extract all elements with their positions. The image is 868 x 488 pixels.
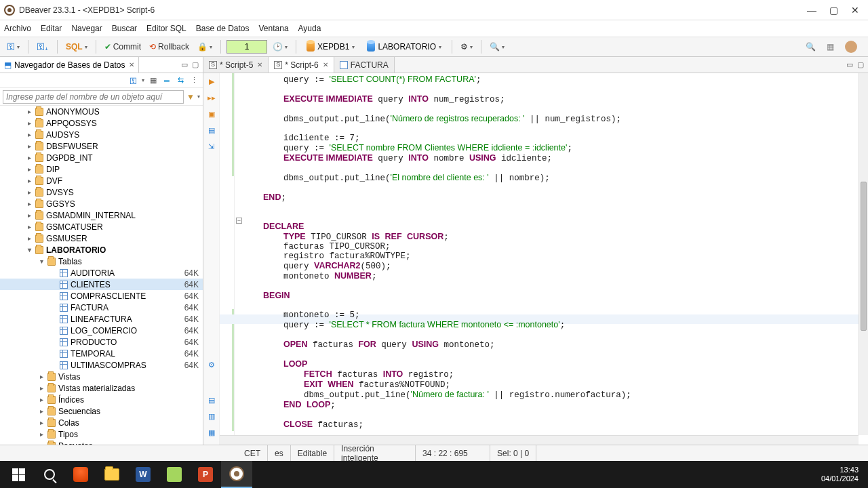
folder-colas[interactable]: ▸Colas: [0, 417, 203, 428]
close-icon[interactable]: ✕: [323, 61, 328, 68]
table-temporal[interactable]: TEMPORAL64K: [0, 348, 203, 359]
schema-audsys[interactable]: ▸AUDSYS: [0, 129, 203, 140]
execute-script-icon[interactable]: ▸▸: [206, 92, 217, 103]
editor-tabs: * Script-5✕* Script-6✕FACTURA ▭ ▢: [203, 57, 868, 73]
new-connection-button[interactable]: ⚿▾: [4, 41, 22, 53]
schema-laboratorio[interactable]: ▾LABORATORIO: [0, 244, 203, 256]
menu-editar[interactable]: Editar: [41, 24, 62, 33]
schema-dvsys[interactable]: ▸DVSYS: [0, 186, 203, 198]
folder-paquetes[interactable]: ▸Paquetes: [0, 440, 203, 445]
folder-tipos[interactable]: ▸Tipos: [0, 428, 203, 440]
status-selection: Sel: 0 | 0: [490, 445, 536, 461]
table-auditoria[interactable]: AUDITORIA64K: [0, 267, 203, 279]
history-button[interactable]: 🕑▾: [270, 41, 290, 53]
schema-gsmcatuser[interactable]: ▸GSMCATUSER: [0, 221, 203, 232]
minimize-editor-icon[interactable]: ▭: [846, 60, 853, 69]
sql-editor-button[interactable]: SQL▾: [63, 41, 90, 53]
panel1-icon[interactable]: ▤: [206, 394, 217, 405]
schema-gsmadmin_internal[interactable]: ▸GSMADMIN_INTERNAL: [0, 209, 203, 221]
lock-button[interactable]: 🔒▾: [195, 41, 215, 53]
table-ultimascompras[interactable]: ULTIMASCOMPRAS64K: [0, 359, 203, 371]
table-log_comercio[interactable]: LOG_COMERCIO64K: [0, 325, 203, 336]
navigator-search-input[interactable]: [3, 90, 184, 104]
menu-base-de-datos[interactable]: Base de Datos: [196, 24, 250, 33]
table-lineafactura[interactable]: LINEAFACTURA64K: [0, 313, 203, 325]
table-producto[interactable]: PRODUCTO64K: [0, 336, 203, 348]
explorer-taskbar-button[interactable]: [96, 461, 127, 488]
menu-archivo[interactable]: Archivo: [4, 24, 31, 33]
schema-anonymous[interactable]: ▸ANONYMOUS: [0, 106, 203, 117]
folder-vistas-materializadas[interactable]: ▸Vistas materializadas: [0, 382, 203, 394]
schema-appqossys[interactable]: ▸APPQOSSYS: [0, 117, 203, 129]
close-button[interactable]: ✕: [850, 5, 860, 15]
close-icon[interactable]: ✕: [257, 61, 262, 68]
word-taskbar-button[interactable]: W: [127, 461, 159, 488]
schema-dbsfwuser[interactable]: ▸DBSFWUSER: [0, 140, 203, 152]
fetch-size-input[interactable]: 1: [226, 40, 267, 54]
menu-ventana[interactable]: Ventana: [259, 24, 289, 33]
maximize-button[interactable]: ▢: [829, 5, 838, 15]
minimize-button[interactable]: —: [807, 5, 816, 15]
table-comprascliente[interactable]: COMPRASCLIENTE64K: [0, 290, 203, 302]
app-icon: [4, 5, 15, 16]
panel3-icon[interactable]: ▦: [206, 427, 217, 438]
filter-icon[interactable]: ▼: [186, 92, 195, 102]
horizontal-scrollbar[interactable]: [220, 435, 859, 445]
rollback-button[interactable]: ⟲Rollback: [146, 41, 192, 53]
export-icon[interactable]: ⇲: [206, 141, 217, 152]
menu-navegar[interactable]: Navegar: [71, 24, 102, 33]
folder-secuencias[interactable]: ▸Secuencias: [0, 405, 203, 417]
schema-dvf[interactable]: ▸DVF: [0, 175, 203, 186]
notepadpp-taskbar-button[interactable]: [159, 461, 190, 488]
link-icon[interactable]: ⇆: [176, 76, 185, 85]
tab-factura[interactable]: FACTURA: [334, 57, 395, 73]
dbeaver-taskbar-button[interactable]: [221, 461, 252, 488]
gear-icon[interactable]: ⚙: [206, 359, 217, 370]
schema-ggsys[interactable]: ▸GGSYS: [0, 198, 203, 209]
table-factura[interactable]: FACTURA64K: [0, 302, 203, 313]
brave-taskbar-button[interactable]: [65, 461, 96, 488]
db-selector[interactable]: XEPDB1▾: [302, 40, 359, 54]
close-icon[interactable]: ✕: [129, 61, 134, 68]
search-taskbar-button[interactable]: [34, 461, 65, 488]
folder-índices[interactable]: ▸Índices: [0, 394, 203, 405]
perspective-button[interactable]: ▦: [824, 41, 837, 53]
minimize-panel-icon[interactable]: ▭: [181, 60, 188, 69]
search-dropdown[interactable]: 🔍▾: [487, 41, 507, 53]
powerpoint-taskbar-button[interactable]: P: [190, 461, 221, 488]
navigator-tree[interactable]: ▸ANONYMOUS▸APPQOSSYS▸AUDSYS▸DBSFWUSER▸DG…: [0, 106, 203, 445]
menu-buscar[interactable]: Buscar: [112, 24, 137, 33]
execute-icon[interactable]: ▶: [206, 76, 217, 87]
maximize-editor-icon[interactable]: ▢: [857, 60, 864, 69]
menu-editor-sql[interactable]: Editor SQL: [146, 24, 186, 33]
navigator-tab[interactable]: ⬒ Navegador de Bases de Datos ✕: [0, 57, 139, 73]
menu-ayuda[interactable]: Ayuda: [298, 24, 321, 33]
maximize-panel-icon[interactable]: ▢: [192, 60, 199, 69]
schema-dip[interactable]: ▸DIP: [0, 163, 203, 175]
menu-icon[interactable]: ⋮: [189, 76, 199, 85]
table-clientes[interactable]: CLIENTES64K: [0, 279, 203, 290]
avatar-button[interactable]: [842, 39, 860, 54]
window-titlebar: DBeaver 23.3.1 - <XEPDB1> Script-6 — ▢ ✕: [0, 0, 868, 20]
panel2-icon[interactable]: ▥: [206, 411, 217, 422]
code-editor[interactable]: query := 'SELECT COUNT(*) FROM FACTURA';…: [220, 73, 859, 435]
schema-gsmuser[interactable]: ▸GSMUSER: [0, 232, 203, 244]
explain-icon[interactable]: ▤: [206, 125, 217, 136]
commit-button[interactable]: ✔Commit: [102, 41, 144, 53]
refresh-icon[interactable]: ▦: [149, 76, 158, 85]
vertical-scrollbar[interactable]: [859, 73, 868, 435]
schema-selector[interactable]: LABORATORIO▾: [362, 40, 446, 54]
schema-dgpdb_int[interactable]: ▸DGPDB_INT: [0, 152, 203, 163]
tab--xepdb1-script-5[interactable]: * Script-5✕: [203, 57, 269, 73]
new-connection-icon[interactable]: ⚿: [128, 76, 138, 85]
system-tray[interactable]: 13:43 04/01/2024: [821, 466, 865, 483]
folder-vistas[interactable]: ▸Vistas: [0, 371, 203, 382]
new-sql-button[interactable]: ⚿₊: [34, 41, 52, 53]
collapse-icon[interactable]: ═: [162, 76, 172, 85]
search-button[interactable]: 🔍: [803, 41, 818, 53]
start-button[interactable]: [3, 461, 34, 488]
execute-selection-icon[interactable]: ▣: [206, 108, 217, 119]
settings-button[interactable]: ⚙▾: [458, 41, 475, 53]
tab--xepdb1-script-6[interactable]: * Script-6✕: [269, 57, 334, 73]
folder-tablas[interactable]: ▾Tablas: [0, 256, 203, 267]
